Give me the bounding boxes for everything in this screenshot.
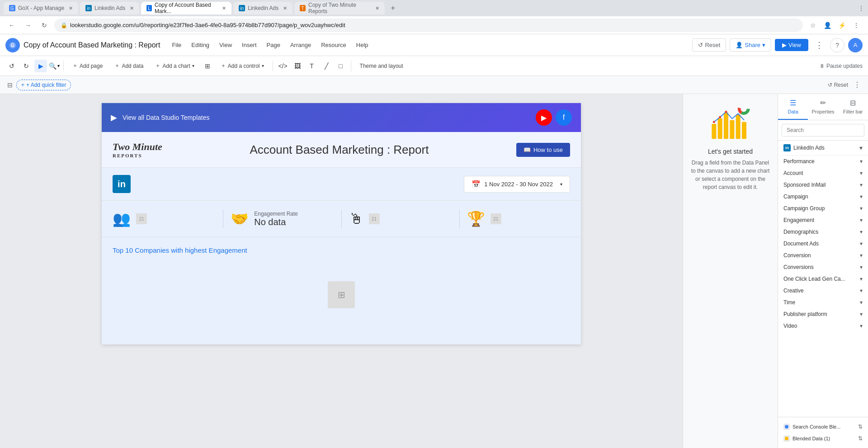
- filter-tab-icon: ⊟: [850, 99, 856, 107]
- how-to-button[interactable]: 📖 How to use: [516, 143, 570, 157]
- tab-close-twominute[interactable]: ✕: [375, 5, 379, 11]
- view-button[interactable]: ▶ View: [775, 39, 808, 51]
- data-source-name: LinkedIn Ads: [793, 145, 857, 151]
- field-group-documentads: Document Ads ▾: [778, 238, 868, 250]
- redo-button[interactable]: ↻: [20, 60, 33, 72]
- menu-view[interactable]: View: [215, 39, 236, 51]
- field-group-arrow-time: ▾: [860, 299, 863, 306]
- tab-close-gox[interactable]: ✕: [69, 5, 73, 11]
- field-group-header-sponsoredinmail[interactable]: Sponsored InMail ▾: [778, 179, 868, 191]
- more-options-button[interactable]: ⋮: [812, 38, 826, 52]
- share-dropdown-icon: ▾: [762, 42, 765, 48]
- field-group-oneclickleadgen: One Click Lead Gen Ca... ▾: [778, 273, 868, 285]
- bottom-data-sources: Search Console Ble... ⇅ Blended Data (1)…: [778, 417, 868, 448]
- forward-button[interactable]: →: [22, 19, 34, 32]
- field-group-header-campaign[interactable]: Campaign ▾: [778, 191, 868, 203]
- filter-options-icon[interactable]: ⋮: [854, 80, 861, 89]
- code-icon[interactable]: </>: [277, 60, 289, 72]
- field-group-header-campaigngroup[interactable]: Campaign Group ▾: [778, 203, 868, 214]
- refresh-button[interactable]: ↻: [38, 19, 51, 32]
- field-group-header-demographics[interactable]: Demographics ▾: [778, 226, 868, 238]
- field-group-header-oneclickleadgen[interactable]: One Click Lead Gen Ca... ▾: [778, 273, 868, 285]
- add-quick-filter-button[interactable]: + + Add quick filter: [16, 80, 71, 90]
- tab-linkedin2[interactable]: in Linkedin Ads ✕: [233, 2, 292, 14]
- pause-updates-button[interactable]: ⏸ Pause updates: [819, 63, 863, 69]
- tab-two-minute[interactable]: T Copy of Two Minute Reports ✕: [294, 2, 385, 14]
- tab-options-icon[interactable]: ⋮: [858, 5, 864, 12]
- reset-label: Reset: [705, 42, 720, 48]
- image-icon[interactable]: 🖼: [291, 60, 304, 72]
- back-button[interactable]: ←: [5, 19, 18, 32]
- pause-label: Pause updates: [826, 63, 863, 69]
- group-icon[interactable]: ⊞: [201, 60, 214, 72]
- tab-copy-account[interactable]: L Copy of Account Based Mark... ✕: [141, 2, 231, 14]
- field-group-header-account[interactable]: Account ▾: [778, 167, 868, 179]
- menu-file[interactable]: File: [167, 39, 186, 51]
- shape-icon[interactable]: □: [335, 60, 347, 72]
- date-picker[interactable]: 📅 1 Nov 2022 - 30 Nov 2022 ▾: [464, 176, 570, 193]
- followers-value-placeholder: 21: [136, 213, 147, 224]
- cursor-tool[interactable]: ▶: [34, 60, 47, 72]
- field-group-label-engagement: Engagement: [783, 217, 814, 223]
- tab-gox[interactable]: G GoX - App Manage ✕: [4, 2, 78, 14]
- help-button[interactable]: ?: [830, 38, 844, 52]
- bottom-source-search-console[interactable]: Search Console Ble... ⇅: [782, 421, 864, 433]
- pause-icon: ⏸: [819, 63, 825, 69]
- field-group-header-video[interactable]: Video ▾: [778, 320, 868, 332]
- data-search-input[interactable]: [782, 124, 864, 137]
- field-group-header-creative[interactable]: Creative ▾: [778, 285, 868, 297]
- svg-rect-4: [724, 113, 728, 139]
- filter-reset-button[interactable]: ↺ Reset: [828, 82, 848, 88]
- data-panel-tabs: ☰ Data ✏ Properties ⊟ Filter bar: [778, 94, 868, 120]
- undo-button[interactable]: ↺: [5, 60, 18, 72]
- facebook-button[interactable]: f: [556, 109, 572, 126]
- user-avatar[interactable]: A: [848, 38, 863, 52]
- field-group-header-performance[interactable]: Performance ▾: [778, 156, 868, 167]
- tab-properties[interactable]: ✏ Properties: [808, 94, 838, 120]
- app-logo: G: [5, 38, 20, 52]
- tab-data[interactable]: ☰ Data: [778, 94, 808, 120]
- field-group-header-time[interactable]: Time ▾: [778, 297, 868, 308]
- app-menu: File Editing View Insert Page Arrange Re…: [167, 39, 373, 51]
- reset-button[interactable]: ↺ Reset: [692, 38, 726, 52]
- menu-resource[interactable]: Resource: [316, 39, 351, 51]
- zoom-control[interactable]: 🔍 ▾: [49, 62, 60, 70]
- tab-close-linkedin2[interactable]: ✕: [283, 5, 287, 11]
- field-group-header-documentads[interactable]: Document Ads ▾: [778, 238, 868, 250]
- tab-filter-bar[interactable]: ⊟ Filter bar: [838, 94, 868, 120]
- theme-layout-button[interactable]: Theme and layout: [355, 60, 408, 72]
- text-icon[interactable]: T: [306, 60, 318, 72]
- youtube-button[interactable]: ▶: [536, 109, 552, 126]
- profile-icon[interactable]: 👤: [821, 19, 834, 32]
- field-group-header-conversion[interactable]: Conversion ▾: [778, 250, 868, 261]
- line-icon[interactable]: ╱: [320, 60, 333, 72]
- url-bar[interactable]: 🔒 lookerstudio.google.com/u/0/reporting/…: [54, 19, 803, 32]
- bookmark-icon[interactable]: ☆: [807, 19, 819, 32]
- new-tab-button[interactable]: +: [387, 2, 399, 14]
- field-group-header-engagement[interactable]: Engagement ▾: [778, 214, 868, 226]
- get-started-text: Drag a field from the Data Panel to the …: [690, 159, 770, 191]
- add-control-button[interactable]: ＋ Add a control ▾: [216, 59, 269, 72]
- data-source-row[interactable]: in LinkedIn Ads ▾: [778, 141, 868, 156]
- menu-page[interactable]: Page: [262, 39, 285, 51]
- menu-arrange[interactable]: Arrange: [286, 39, 316, 51]
- add-page-button[interactable]: ＋ Add page: [67, 59, 108, 72]
- menu-editing[interactable]: Editing: [187, 39, 214, 51]
- field-group-header-publisherplatform[interactable]: Publisher platform ▾: [778, 308, 868, 320]
- add-chart-button[interactable]: ＋ Add a chart ▾: [150, 59, 199, 72]
- canvas-area[interactable]: ▶ View all Data Studio Templates ▶ f Two…: [0, 94, 683, 448]
- field-group-label-demographics: Demographics: [783, 229, 818, 235]
- tab-close-copy[interactable]: ✕: [222, 5, 226, 11]
- field-group-demographics: Demographics ▾: [778, 226, 868, 238]
- tab-linkedin1[interactable]: in Linkedin Ads ✕: [80, 2, 139, 14]
- browser-menu-icon[interactable]: ⋮: [850, 19, 863, 32]
- tab-close-linkedin1[interactable]: ✕: [130, 5, 134, 11]
- top-companies-title: Top 10 Companies with highest Engagement: [113, 246, 570, 254]
- field-group-header-conversions[interactable]: Conversions ▾: [778, 261, 868, 273]
- menu-insert[interactable]: Insert: [237, 39, 261, 51]
- bottom-source-blended[interactable]: Blended Data (1) ⇅: [782, 433, 864, 444]
- menu-help[interactable]: Help: [352, 39, 373, 51]
- extensions-icon[interactable]: ⚡: [835, 19, 848, 32]
- share-button[interactable]: 👤 Share ▾: [730, 38, 771, 52]
- add-data-button[interactable]: ＋ Add data: [109, 59, 148, 72]
